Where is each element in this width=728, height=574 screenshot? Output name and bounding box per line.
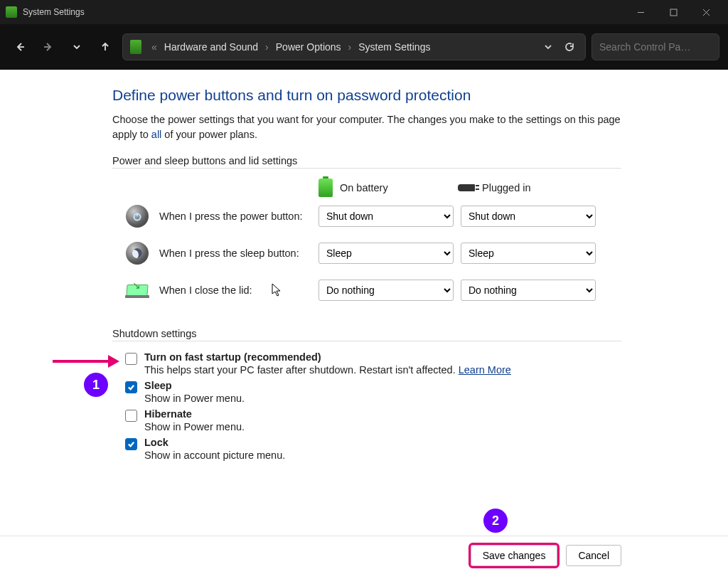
back-button[interactable]: [9, 36, 31, 58]
cancel-button[interactable]: Cancel: [566, 545, 621, 566]
lock-desc: Show in account picture menu.: [144, 450, 285, 461]
footer: Save changes Cancel: [0, 536, 728, 574]
fast-startup-title: Turn on fast startup (recommended): [144, 351, 511, 363]
close-lid-battery-select[interactable]: Do nothing: [318, 280, 454, 301]
maximize-button[interactable]: [657, 0, 690, 24]
fast-startup-desc: This helps start your PC faster after sh…: [144, 364, 511, 376]
hibernate-row: Hibernate Show in Power menu.: [125, 408, 621, 432]
close-button[interactable]: [690, 0, 722, 24]
power-button-battery-select[interactable]: Shut down: [318, 206, 454, 227]
battery-icon: [318, 179, 333, 197]
fast-startup-row: Turn on fast startup (recommended) This …: [125, 351, 621, 376]
window-title: System Settings: [23, 7, 85, 17]
app-icon: [6, 6, 17, 18]
breadcrumb-separator: ›: [262, 41, 272, 53]
plugged-in-header: Plugged in: [482, 182, 531, 193]
minimize-button[interactable]: [624, 0, 657, 24]
address-bar[interactable]: « Hardware and Sound › Power Options › S…: [122, 33, 586, 60]
recent-locations-button[interactable]: [65, 36, 88, 58]
close-lid-plugged-select[interactable]: Do nothing: [461, 280, 596, 301]
lock-checkbox[interactable]: [125, 438, 137, 450]
breadcrumb-hardware-and-sound[interactable]: Hardware and Sound: [164, 41, 258, 53]
hibernate-title: Hibernate: [144, 408, 245, 420]
fast-startup-checkbox[interactable]: [125, 353, 137, 365]
breadcrumb-power-options[interactable]: Power Options: [276, 41, 341, 53]
power-button-row: When I press the power button: Shut down…: [125, 204, 621, 228]
lock-row: Lock Show in account picture menu.: [125, 437, 621, 461]
on-battery-header: On battery: [340, 182, 388, 193]
power-button-plugged-select[interactable]: Shut down: [461, 206, 596, 227]
power-button-icon: [126, 205, 149, 228]
section-shutdown-header: Shutdown settings: [112, 328, 621, 341]
breadcrumb-prefix: «: [149, 41, 160, 53]
toolbar: « Hardware and Sound › Power Options › S…: [0, 24, 728, 70]
hibernate-desc: Show in Power menu.: [144, 421, 245, 432]
up-button[interactable]: [94, 36, 117, 58]
address-history-button[interactable]: [540, 38, 557, 55]
breadcrumb-system-settings[interactable]: System Settings: [358, 41, 430, 53]
lock-title: Lock: [144, 437, 285, 448]
hibernate-checkbox[interactable]: [125, 410, 137, 422]
power-button-label: When I press the power button:: [159, 211, 318, 222]
save-changes-button[interactable]: Save changes: [471, 545, 558, 566]
sleep-button-row: When I press the sleep button: Sleep Sle…: [125, 241, 621, 265]
search-box[interactable]: [592, 33, 719, 60]
refresh-button[interactable]: [561, 38, 578, 55]
sleep-button-icon: [126, 242, 149, 265]
sleep-checkbox[interactable]: [125, 381, 137, 393]
page-heading: Define power buttons and turn on passwor…: [112, 87, 621, 104]
sleep-row: Sleep Show in Power menu.: [125, 380, 621, 404]
lid-icon: ↘: [125, 282, 149, 298]
search-input[interactable]: [599, 41, 724, 53]
sleep-button-plugged-select[interactable]: Sleep: [461, 243, 596, 264]
section-power-buttons-header: Power and sleep buttons and lid settings: [112, 155, 621, 169]
plug-icon: [458, 184, 475, 191]
close-lid-label: When I close the lid:: [159, 285, 318, 296]
breadcrumb-separator: ›: [346, 41, 355, 53]
sleep-desc: Show in Power menu.: [144, 393, 245, 404]
page-content: Define power buttons and turn on passwor…: [0, 70, 728, 461]
sleep-button-battery-select[interactable]: Sleep: [318, 243, 454, 264]
annotation-badge-2: 2: [483, 509, 508, 533]
close-lid-row: ↘ When I close the lid: Do nothing Do no…: [125, 278, 621, 302]
control-panel-icon: [130, 40, 141, 54]
page-intro: Choose the power settings that you want …: [112, 112, 621, 142]
titlebar: System Settings: [0, 0, 728, 24]
sleep-button-label: When I press the sleep button:: [159, 248, 318, 259]
power-column-headers: On battery Plugged in: [112, 179, 621, 197]
learn-more-link[interactable]: Learn More: [459, 364, 511, 376]
svg-rect-1: [670, 9, 677, 16]
sleep-title: Sleep: [144, 380, 245, 391]
forward-button[interactable]: [37, 36, 60, 58]
